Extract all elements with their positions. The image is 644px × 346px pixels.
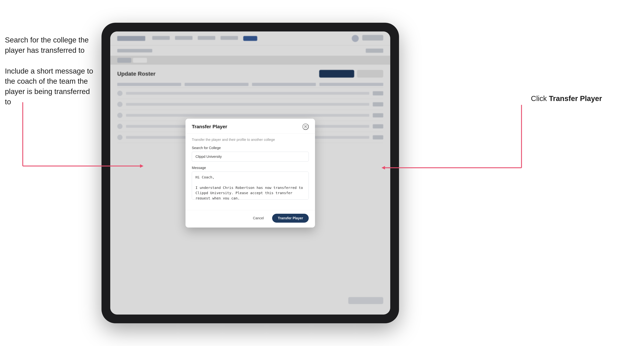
cancel-button[interactable]: Cancel — [248, 214, 268, 223]
modal-overlay: Transfer Player ✕ Transfer the player an… — [110, 31, 390, 315]
transfer-player-button[interactable]: Transfer Player — [272, 214, 309, 223]
search-college-label: Search for College — [192, 146, 309, 150]
annotation-bold: Transfer Player — [549, 94, 602, 103]
annotation-prefix: Click — [531, 94, 549, 103]
modal-title: Transfer Player — [192, 124, 227, 130]
annotation-text-1: Search for the college the player has tr… — [5, 35, 96, 56]
tablet-outer-frame: Update Roster — [102, 23, 399, 323]
tablet-device: Update Roster — [102, 23, 399, 323]
message-group: Message — [192, 166, 309, 200]
search-college-input[interactable] — [192, 152, 309, 162]
transfer-player-modal: Transfer Player ✕ Transfer the player an… — [186, 119, 315, 227]
modal-header: Transfer Player ✕ — [186, 119, 315, 134]
modal-close-button[interactable]: ✕ — [302, 124, 309, 130]
tablet-screen: Update Roster — [110, 31, 390, 315]
left-annotation: Search for the college the player has tr… — [5, 35, 96, 118]
modal-footer: Cancel Transfer Player — [186, 210, 315, 227]
right-annotation: Click Transfer Player — [531, 94, 602, 103]
modal-body: Transfer the player and their profile to… — [186, 134, 315, 210]
modal-subtitle: Transfer the player and their profile to… — [192, 138, 309, 142]
message-label: Message — [192, 166, 309, 170]
annotation-text-2: Include a short message to the coach of … — [5, 66, 96, 107]
message-textarea[interactable] — [192, 172, 309, 199]
search-college-group: Search for College — [192, 146, 309, 162]
